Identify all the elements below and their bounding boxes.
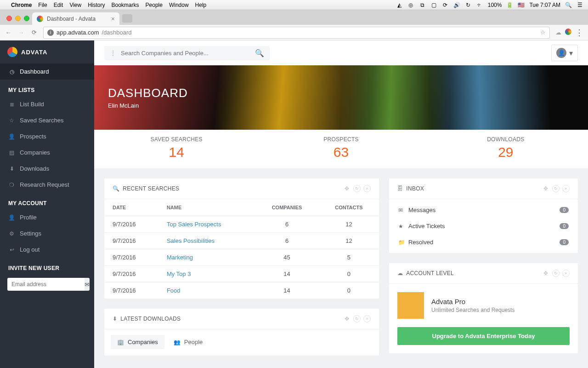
inbox-item-active-tickets[interactable]: ★ Active Tickets 0	[389, 218, 578, 234]
drag-handle-icon[interactable]: ⋮	[110, 49, 116, 57]
sidebar-item-list-build[interactable]: ≣ List Build	[0, 96, 94, 112]
chrome-menu-icon[interactable]: ⋮	[575, 29, 583, 37]
sidebar-icon: 👤	[8, 214, 15, 221]
panel-latest-downloads: ⬇ LATEST DOWNLOADS ✥ ↻ × 🏢 Companies 👥 P…	[104, 309, 379, 356]
address-bar[interactable]: i app.advata.com/dashboard ☆	[43, 27, 550, 39]
sidebar-item-label: Downloads	[20, 165, 49, 172]
stat-saved-searches[interactable]: SAVED SEARCHES 14	[94, 136, 259, 160]
move-icon[interactable]: ✥	[542, 270, 549, 277]
back-button[interactable]: ←	[5, 29, 12, 36]
sidebar-item-profile[interactable]: 👤 Profile	[0, 209, 94, 225]
sidebar-icon: ❍	[8, 182, 15, 188]
table-row[interactable]: 9/7/2016 Sales Possibilities 6 12	[104, 233, 379, 249]
page-title: DASHBOARD	[108, 86, 588, 100]
menu-edit[interactable]: Edit	[54, 2, 63, 8]
sidebar-item-settings[interactable]: ⚙ Settings	[0, 225, 94, 242]
brand-logo[interactable]: ADVATA	[0, 40, 94, 63]
airplay-icon[interactable]: ▢	[430, 2, 437, 8]
close-icon[interactable]: ×	[562, 270, 570, 277]
menu-people[interactable]: People	[146, 2, 163, 8]
sidebar-icon: ⚙	[8, 230, 15, 237]
minimize-window[interactable]	[15, 16, 21, 21]
sidebar-item-prospects[interactable]: 👤 Prospects	[0, 128, 94, 144]
sidebar-item-saved-searches[interactable]: ☆ Saved Searches	[0, 112, 94, 128]
battery-icon[interactable]: 🔋	[506, 2, 513, 8]
new-tab-button[interactable]	[122, 14, 132, 23]
bookmark-star-icon[interactable]: ☆	[540, 29, 546, 36]
browser-tab[interactable]: Dashboard - Advata ×	[32, 12, 119, 25]
refresh-icon[interactable]: ↻	[552, 270, 560, 277]
account-menu-button[interactable]: 👤 ▾	[551, 45, 578, 61]
menu-icon[interactable]: ☰	[577, 2, 583, 8]
menu-history[interactable]: History	[88, 2, 105, 8]
panel-recent-searches: 🔍 RECENT SEARCHES ✥ ↻ × DATE NAME COMPAN…	[104, 178, 379, 299]
tab-people[interactable]: 👥 People	[167, 335, 209, 349]
search-link[interactable]: Top Sales Prospects	[167, 221, 221, 228]
invite-send-button[interactable]: ✉	[85, 278, 90, 291]
cc-icon[interactable]: ◎	[407, 2, 414, 8]
search-input[interactable]	[121, 50, 250, 57]
refresh-icon[interactable]: ↻	[353, 185, 361, 192]
table-row[interactable]: 9/7/2016 My Top 3 14 0	[104, 266, 379, 282]
menubar-clock: Tue 7:07 AM	[529, 2, 560, 8]
menu-help[interactable]: Help	[195, 2, 207, 8]
reload-button[interactable]: ⟳	[30, 29, 38, 36]
spotlight-icon[interactable]: 🔍	[565, 2, 572, 8]
search-link[interactable]: Marketing	[167, 254, 193, 261]
site-info-icon[interactable]: i	[47, 29, 54, 36]
menu-window[interactable]: Window	[169, 2, 189, 8]
stat-prospects[interactable]: PROSPECTS 63	[259, 136, 423, 160]
tab-close-icon[interactable]: ×	[111, 15, 115, 23]
sidebar-item-research-request[interactable]: ❍ Research Request	[0, 177, 94, 193]
stat-downloads[interactable]: DOWNLOADS 29	[424, 136, 588, 160]
inbox-item-resolved[interactable]: 📁 Resolved 0	[389, 234, 578, 250]
search-link[interactable]: Sales Possibilities	[167, 237, 215, 244]
sidebar-item-log-out[interactable]: ↩ Log out	[0, 242, 94, 258]
url-host: app.advata.com	[57, 29, 99, 36]
extension-1-icon[interactable]: ☁	[555, 29, 561, 36]
cell-companies: 6	[255, 216, 319, 233]
close-window[interactable]	[6, 16, 12, 21]
gdrive-icon[interactable]: ◭	[396, 2, 403, 8]
tab-icon: 👥	[174, 339, 181, 345]
main-content: ⋮ 🔍 👤 ▾ DASHBOARD Elin McLain SAVED SEAR…	[94, 40, 588, 368]
sidebar-item-downloads[interactable]: ⬇ Downloads	[0, 161, 94, 177]
maximize-window[interactable]	[24, 16, 29, 21]
tab-label: People	[184, 339, 203, 345]
refresh-icon[interactable]: ↻	[353, 315, 361, 322]
count-badge: 0	[560, 239, 569, 245]
avatar-icon: 👤	[556, 48, 566, 58]
table-row[interactable]: 9/7/2016 Marketing 45 5	[104, 249, 379, 266]
search-icon[interactable]: 🔍	[255, 49, 264, 58]
close-icon[interactable]: ×	[363, 185, 371, 192]
table-row[interactable]: 9/7/2016 Top Sales Prospects 6 12	[104, 216, 379, 233]
table-row[interactable]: 9/7/2016 Food 14 0	[104, 282, 379, 299]
extension-2-icon[interactable]	[565, 29, 571, 36]
inbox-item-messages[interactable]: ✉ Messages 0	[389, 202, 578, 218]
wifi-icon[interactable]: ᯤ	[476, 2, 483, 8]
sidebar-item-dashboard[interactable]: ◷ Dashboard	[0, 63, 94, 80]
refresh-icon[interactable]: ↻	[552, 185, 560, 192]
menu-app[interactable]: Chrome	[11, 2, 32, 8]
move-icon[interactable]: ✥	[343, 185, 351, 192]
flag-icon[interactable]: 🇺🇸	[518, 2, 525, 8]
timemachine-icon[interactable]: ↻	[465, 2, 472, 8]
move-icon[interactable]: ✥	[542, 185, 549, 192]
sync-icon[interactable]: ⟳	[442, 2, 449, 8]
search-link[interactable]: My Top 3	[167, 270, 191, 277]
dropbox-icon[interactable]: ⧉	[419, 2, 426, 8]
upgrade-button[interactable]: Upgrade to Advata Enterprise Today	[397, 327, 570, 345]
menu-file[interactable]: File	[38, 2, 47, 8]
search-box[interactable]: ⋮ 🔍	[104, 46, 270, 60]
menu-view[interactable]: View	[69, 2, 81, 8]
volume-icon[interactable]: 🔊	[453, 2, 460, 8]
search-link[interactable]: Food	[167, 287, 181, 294]
move-icon[interactable]: ✥	[343, 315, 351, 322]
close-icon[interactable]: ×	[562, 185, 570, 192]
close-icon[interactable]: ×	[363, 315, 371, 322]
tab-companies[interactable]: 🏢 Companies	[111, 335, 164, 349]
forward-button[interactable]: →	[17, 29, 25, 36]
invite-email-input[interactable]	[7, 278, 85, 291]
sidebar-item-companies[interactable]: ▤ Companies	[0, 144, 94, 161]
menu-bookmarks[interactable]: Bookmarks	[112, 2, 139, 8]
